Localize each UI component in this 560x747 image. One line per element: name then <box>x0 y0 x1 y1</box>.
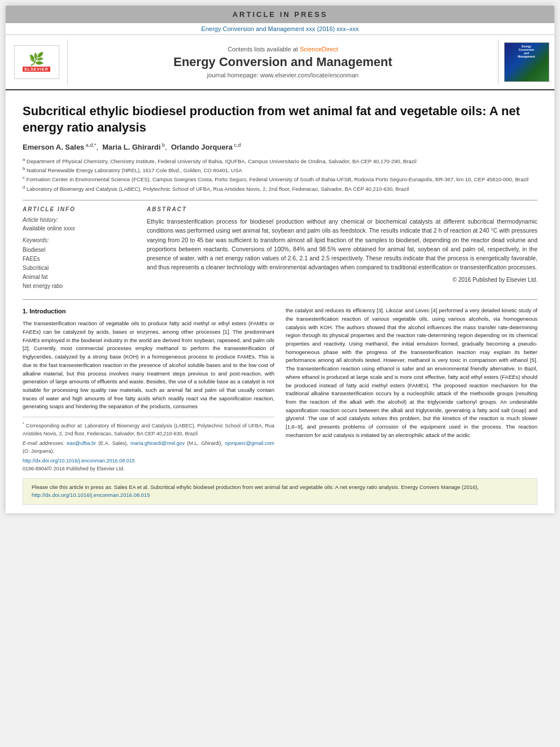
keywords-label: Keywords: <box>23 237 135 243</box>
journal-cover-section: EnergyConversionandManagement <box>498 40 554 85</box>
citation-bar: Please cite this article in press as: Sa… <box>23 478 537 505</box>
email-jorquera[interactable]: ojorquerc@gmail.com <box>225 440 274 446</box>
citation-text: Please cite this article in press as: Sa… <box>32 484 479 490</box>
affiliations: a Department of Physical Chemistry, Chem… <box>23 156 537 194</box>
keywords-section: Keywords: Biodiesel FAEEs Subcritical An… <box>23 237 135 291</box>
elsevier-logo-section: 🌿 ELSEVIER <box>6 40 68 85</box>
journal-homepage: journal homepage: www.elsevier.com/locat… <box>207 72 358 78</box>
banner-text: ARTICLE IN PRESS <box>233 10 328 19</box>
doi-bar: Energy Conversion and Management xxx (20… <box>6 23 554 35</box>
affil-a: a Department of Physical Chemistry, Chem… <box>23 156 537 165</box>
keyword-biodiesel: Biodiesel <box>23 246 135 255</box>
introduction-heading: 1. Introduction <box>23 307 274 316</box>
journal-title-header: Energy Conversion and Management <box>173 55 392 69</box>
authors-line: Emerson A. Sales a,d,*, Maria L. Ghirard… <box>23 142 537 151</box>
email-sales[interactable]: eas@ufba.br <box>67 440 96 446</box>
footnote-corresponding: * Corresponding author at: Laboratory of… <box>23 421 274 438</box>
left-body-col: 1. Introduction The transesterification … <box>23 307 274 473</box>
available-online: Available online xxxx <box>23 225 135 231</box>
author-3-name: Orlando Jorquera <box>171 143 233 152</box>
elsevier-logo-box: 🌿 ELSEVIER <box>14 45 59 79</box>
keyword-faees: FAEEs <box>23 255 135 264</box>
article-history-label: Article history: <box>23 217 135 223</box>
journal-header: 🌿 ELSEVIER Contents lists available at S… <box>6 35 554 90</box>
page: ARTICLE IN PRESS Energy Conversion and M… <box>6 6 554 513</box>
right-para-1: the catalyst and reduces its efficiency … <box>286 307 537 440</box>
doi-text: Energy Conversion and Management xxx (20… <box>202 25 359 32</box>
article-info-label: ARTICLE INFO <box>23 206 135 212</box>
author-1-name: Emerson A. Sales <box>23 143 84 152</box>
intro-para-1: The transesterification reaction of vege… <box>23 320 274 411</box>
body-columns: 1. Introduction The transesterification … <box>23 307 537 473</box>
section-divider <box>23 299 537 300</box>
email-ghirardi[interactable]: maria.ghirardi@nrel.gov <box>130 440 185 446</box>
keyword-animal-fat: Animal fat <box>23 273 135 282</box>
copyright-line: © 2016 Published by Elsevier Ltd. <box>147 277 537 283</box>
affil-b: b National Renewable Energy Laboratory (… <box>23 165 537 174</box>
citation-doi-link[interactable]: http://dx.doi.org/10.1016/j.enconman.201… <box>32 492 150 498</box>
affil-d: d Laboratory of Bioenergy and Catalysis … <box>23 184 537 193</box>
keyword-ner: Net energy ratio <box>23 282 135 291</box>
abstract-text: Ethylic transesterification process for … <box>147 217 537 272</box>
author-3-sup: c,d <box>233 142 241 148</box>
footnote-doi: http://dx.doi.org/10.1016/j.enconman.201… <box>23 457 274 465</box>
journal-cover-image: EnergyConversionandManagement <box>504 42 549 82</box>
sciencedirect-label: Contents lists available at <box>228 46 298 53</box>
affil-c-sup: c <box>23 175 25 180</box>
footnote-star: * <box>23 421 24 426</box>
footnote-email: E-mail addresses: eas@ufba.br (E.A. Sale… <box>23 440 274 455</box>
affil-d-sup: d <box>23 185 25 190</box>
doi-link[interactable]: http://dx.doi.org/10.1016/j.enconman.201… <box>23 458 135 464</box>
abstract-label: ABSTRACT <box>147 206 537 212</box>
paper-title: Subcritical ethylic biodiesel production… <box>23 103 537 136</box>
journal-cover-title: EnergyConversionandManagement <box>518 45 535 58</box>
sciencedirect-line: Contents lists available at ScienceDirec… <box>228 46 338 53</box>
article-in-press-banner: ARTICLE IN PRESS <box>6 6 554 23</box>
article-info-col: ARTICLE INFO Article history: Available … <box>23 206 135 291</box>
affil-a-sup: a <box>23 157 25 162</box>
sciencedirect-link[interactable]: ScienceDirect <box>300 46 338 53</box>
affil-c: c Formation Center in Environmental Scie… <box>23 174 537 184</box>
main-content: Subcritical ethylic biodiesel production… <box>6 90 554 513</box>
journal-header-center: Contents lists available at ScienceDirec… <box>68 40 498 85</box>
footnotes: * Corresponding author at: Laboratory of… <box>23 417 274 473</box>
info-abstract-row: ARTICLE INFO Article history: Available … <box>23 200 537 291</box>
author-2-sup: b <box>161 142 165 148</box>
affil-b-sup: b <box>23 166 25 171</box>
keyword-subcritical: Subcritical <box>23 264 135 273</box>
author-2-name: Maria L. Ghirardi <box>102 143 160 152</box>
elsevier-tree-icon: 🌿 <box>29 53 44 65</box>
elsevier-label: ELSEVIER <box>23 67 50 72</box>
right-body-col: the catalyst and reduces its efficiency … <box>286 307 537 473</box>
abstract-col: ABSTRACT Ethylic transesterification pro… <box>147 206 537 291</box>
footnote-issn: 0196-8904/© 2016 Published by Elsevier L… <box>23 465 274 473</box>
author-1-sup: a,d,* <box>84 142 96 148</box>
